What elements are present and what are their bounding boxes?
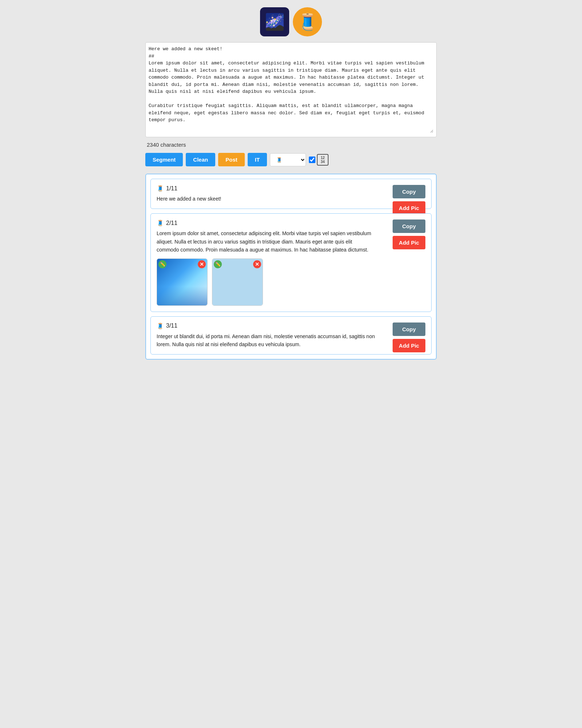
add-pic-button-3[interactable]: Add Pic <box>393 339 425 352</box>
text-input-container: Here we added a new skeet! ## Lorem ipsu… <box>145 42 437 137</box>
main-textarea[interactable]: Here we added a new skeet! ## Lorem ipsu… <box>149 46 433 133</box>
number-checkbox[interactable] <box>309 157 315 163</box>
segment-index-1: 1/11 <box>166 185 177 192</box>
segment-card-1: 🧵 1/11 Here we added a new skeet! Copy A… <box>150 179 432 209</box>
copy-button-3[interactable]: Copy <box>393 323 425 336</box>
clean-button[interactable]: Clean <box>186 153 215 166</box>
image-thumb-blue: ✏️ ✕ <box>212 258 263 306</box>
image-edit-btn-2[interactable]: ✏️ <box>214 260 222 268</box>
segment-spool-icon-2: 🧵 <box>157 219 164 226</box>
segment-header-3: 🧵 3/11 <box>157 323 425 329</box>
segment-text-2: Lorem ipsum dolor sit amet, consectetur … <box>157 229 375 254</box>
segment-card-2: 🧵 2/11 Lorem ipsum dolor sit amet, conse… <box>150 213 432 312</box>
segment-actions-2: Copy Add Pic <box>393 219 425 249</box>
checkbox-container: 1234 <box>309 154 329 166</box>
top-icons-container: 🌌 🧵 <box>7 7 575 36</box>
copy-button-2[interactable]: Copy <box>393 219 425 233</box>
segment-text-3: Integer ut blandit dui, id porta mi. Aen… <box>157 332 375 349</box>
image-thumb-ocean: ✏️ ✕ <box>157 258 208 306</box>
toolbar: Segment Clean Post IT 🧵 Option 1 Option … <box>145 153 437 166</box>
segment-header-2: 🧵 2/11 <box>157 219 425 226</box>
add-pic-button-1[interactable]: Add Pic <box>393 201 425 215</box>
image-remove-btn-1[interactable]: ✕ <box>198 260 206 268</box>
segment-text-1: Here we added a new skeet! <box>157 195 375 203</box>
segment-spool-icon-3: 🧵 <box>157 323 164 329</box>
segment-actions-1: Copy Add Pic <box>393 185 425 215</box>
segment-index-3: 3/11 <box>166 323 177 329</box>
spool-icon: 🧵 <box>293 7 322 36</box>
segment-header-1: 🧵 1/11 <box>157 185 425 192</box>
segments-container: 🧵 1/11 Here we added a new skeet! Copy A… <box>145 174 437 360</box>
add-pic-button-2[interactable]: Add Pic <box>393 236 425 249</box>
segment-card-3: 🧵 3/11 Integer ut blandit dui, id porta … <box>150 316 432 355</box>
segment-spool-icon-1: 🧵 <box>157 185 164 192</box>
spool-select-container: 🧵 Option 1 Option 2 <box>270 153 306 166</box>
image-remove-btn-2[interactable]: ✕ <box>253 260 261 268</box>
segment-button[interactable]: Segment <box>145 153 183 166</box>
segment-index-2: 2/11 <box>166 220 177 226</box>
post-button[interactable]: Post <box>218 153 245 166</box>
segment-actions-3: Copy Add Pic <box>393 323 425 352</box>
it-button[interactable]: IT <box>248 153 267 166</box>
galaxy-icon: 🌌 <box>260 7 289 36</box>
number-icon: 1234 <box>317 154 329 166</box>
char-count: 2340 characters <box>145 142 437 148</box>
spool-dropdown[interactable]: 🧵 Option 1 Option 2 <box>270 153 306 166</box>
image-edit-btn-1[interactable]: ✏️ <box>158 260 166 268</box>
segment-images-2: ✏️ ✕ ✏️ ✕ <box>157 258 425 306</box>
copy-button-1[interactable]: Copy <box>393 185 425 198</box>
